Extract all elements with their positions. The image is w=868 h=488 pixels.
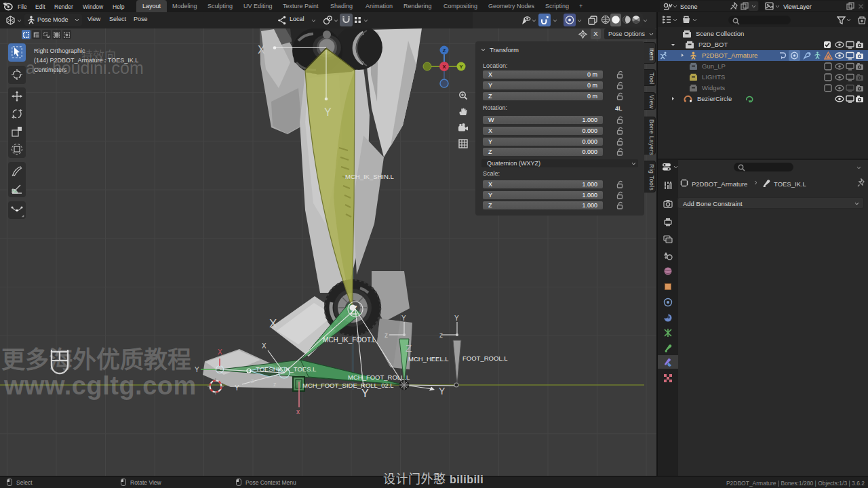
svg-text:Z: Z (443, 47, 446, 54)
svg-text:X: X (442, 64, 446, 70)
svg-text:z: z (439, 331, 443, 339)
svg-text:Z: Z (406, 342, 412, 354)
svg-text:X: X (258, 44, 265, 56)
svg-text:Y: Y (401, 314, 406, 322)
svg-text:z: z (251, 378, 254, 384)
svg-text:MCH_IK_SHIN.L: MCH_IK_SHIN.L (345, 173, 394, 180)
svg-text:MCH_FOOT_SIDE_ROLL_02.L: MCH_FOOT_SIDE_ROLL_02.L (302, 382, 394, 389)
svg-text:Y: Y (235, 384, 239, 392)
svg-text:FOOT_ROOL.L: FOOT_ROOL.L (462, 354, 508, 362)
svg-text:TOESHK IK_TOES.L: TOESHK IK_TOES.L (256, 365, 316, 373)
svg-text:x: x (296, 408, 300, 415)
svg-text:Y: Y (324, 106, 332, 118)
svg-text:z: z (384, 331, 388, 339)
svg-text:MCH_IK_FOOT.L: MCH_IK_FOOT.L (323, 336, 376, 344)
svg-text:X: X (269, 317, 277, 330)
svg-text:Y: Y (454, 314, 459, 322)
svg-text:MCH_FOOT_ROLL.L: MCH_FOOT_ROLL.L (348, 373, 410, 381)
svg-text:MCH_HEEL.L: MCH_HEEL.L (408, 355, 449, 363)
svg-text:Z: Z (350, 304, 357, 317)
svg-text:Y: Y (361, 388, 369, 399)
svg-text:Y: Y (459, 64, 462, 70)
svg-text:Y: Y (439, 386, 446, 396)
svg-text:X: X (262, 342, 267, 350)
svg-text:X: X (218, 348, 222, 356)
svg-text:z: z (273, 381, 277, 388)
